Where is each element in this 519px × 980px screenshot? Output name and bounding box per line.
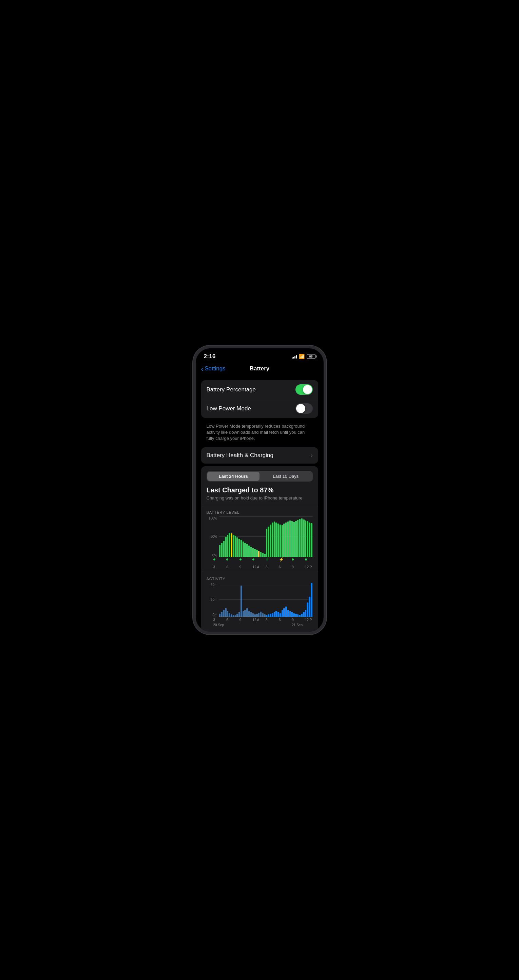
back-button[interactable]: ‹ Settings bbox=[201, 365, 225, 372]
screen-on-legend[interactable]: Screen On bbox=[207, 631, 232, 632]
activity-bar bbox=[235, 616, 236, 616]
nav-header: ‹ Settings Battery bbox=[196, 363, 324, 377]
battery-bar bbox=[248, 546, 250, 557]
activity-bar bbox=[311, 583, 312, 617]
screen-off-label: Screen Off bbox=[245, 631, 266, 632]
screen-off-legend[interactable]: Screen Off bbox=[241, 631, 266, 632]
charging-note: Charging was on hold due to iPhone tempe… bbox=[207, 495, 313, 501]
charge-dot-6 bbox=[305, 558, 318, 560]
battery-percentage-row: Battery Percentage bbox=[201, 380, 318, 399]
battery-level-label: BATTERY LEVEL bbox=[207, 510, 313, 514]
activity-bar bbox=[228, 613, 230, 617]
battery-bar bbox=[297, 520, 299, 557]
activity-bar bbox=[272, 613, 273, 617]
battery-bar bbox=[268, 527, 269, 557]
page-title: Battery bbox=[250, 365, 270, 372]
signal-bars-icon bbox=[292, 355, 297, 358]
time-range-segmented-control[interactable]: Last 24 Hours Last 10 Days bbox=[207, 471, 313, 482]
activity-bar bbox=[285, 606, 287, 617]
battery-percentage-label: Battery Percentage bbox=[207, 386, 295, 393]
low-power-mode-toggle[interactable] bbox=[295, 403, 313, 414]
activity-bar bbox=[270, 614, 271, 616]
activity-bar bbox=[283, 608, 285, 617]
activity-bar bbox=[299, 615, 300, 617]
activity-bar bbox=[291, 612, 293, 616]
y-label-100: 100% bbox=[209, 516, 217, 520]
battery-bar bbox=[227, 535, 228, 557]
chart-header: Last Charged to 87% Charging was on hold… bbox=[201, 486, 318, 506]
battery-bar bbox=[295, 521, 297, 557]
chart-separator-2 bbox=[201, 571, 318, 571]
wifi-icon: 📶 bbox=[299, 354, 305, 359]
activity-bar bbox=[243, 611, 244, 617]
battery-percentage-toggle[interactable] bbox=[295, 384, 313, 395]
activity-bar bbox=[233, 615, 235, 617]
battery-bar bbox=[278, 523, 279, 557]
content-area: Battery Percentage Low Power Mode Low Po… bbox=[196, 377, 324, 632]
time-label-3a1: 3 bbox=[213, 565, 227, 569]
signal-bar-2 bbox=[293, 357, 294, 358]
battery-bar bbox=[293, 522, 295, 557]
battery-bar bbox=[285, 523, 287, 557]
activity-time-axis: 3 6 9 12 A 3 6 9 12 P bbox=[201, 617, 318, 622]
activity-bar bbox=[279, 613, 281, 617]
battery-bar bbox=[256, 550, 258, 557]
battery-bar bbox=[283, 523, 285, 557]
charge-lightning-icon: ⚡ bbox=[279, 557, 292, 562]
screen-on-label: Screen On bbox=[211, 631, 232, 632]
charge-dot-5 bbox=[292, 558, 305, 560]
battery-bar bbox=[301, 519, 303, 557]
time-label-6p: 6 bbox=[279, 565, 292, 569]
battery-chart: 100% 50% 0% bbox=[207, 516, 313, 557]
back-chevron-icon: ‹ bbox=[201, 365, 204, 372]
activity-label: ACTIVITY bbox=[207, 577, 313, 581]
battery-bar bbox=[221, 543, 222, 557]
battery-bar bbox=[250, 547, 252, 557]
status-time: 2:16 bbox=[204, 353, 216, 360]
activity-bar bbox=[305, 610, 307, 617]
segment-10d[interactable]: Last 10 Days bbox=[260, 472, 312, 481]
segment-24h[interactable]: Last 24 Hours bbox=[207, 472, 260, 481]
time-label-9a1: 9 bbox=[240, 565, 253, 569]
time-label-6a1: 6 bbox=[226, 565, 240, 569]
activity-bar bbox=[246, 608, 248, 617]
activity-bar bbox=[241, 585, 242, 617]
last-charged-title: Last Charged to 87% bbox=[207, 486, 313, 494]
battery-bar bbox=[254, 549, 256, 557]
battery-bar bbox=[279, 525, 281, 557]
battery-level-chart-area: BATTERY LEVEL 100% 50% 0% bbox=[201, 506, 318, 557]
activity-bar bbox=[309, 597, 310, 616]
date-20sep: 20 Sep bbox=[213, 623, 240, 627]
battery-bar bbox=[246, 544, 248, 557]
battery-bar bbox=[219, 545, 221, 557]
act-y-label-60: 60m bbox=[211, 583, 217, 587]
battery-bar bbox=[299, 519, 300, 557]
activity-bar bbox=[268, 614, 269, 617]
battery-bar bbox=[270, 525, 271, 557]
act-time-6p: 6 bbox=[279, 618, 292, 622]
battery-bar bbox=[281, 525, 283, 557]
activity-bar bbox=[248, 611, 250, 617]
activity-bar bbox=[219, 614, 221, 616]
activity-bar bbox=[221, 612, 222, 616]
phone-screen: 2:16 📶 85 ‹ Settings Battery bbox=[196, 348, 324, 632]
signal-bar-3 bbox=[294, 356, 295, 358]
activity-chart-area: ACTIVITY 60m 30m 0m bbox=[201, 573, 318, 617]
battery-bar bbox=[238, 539, 240, 557]
battery-health-group[interactable]: Battery Health & Charging › bbox=[201, 447, 318, 464]
battery-bar bbox=[231, 533, 232, 557]
battery-bar bbox=[307, 521, 308, 557]
y-label-50: 50% bbox=[210, 535, 217, 538]
battery-bars-container bbox=[219, 516, 313, 557]
activity-bar bbox=[278, 612, 279, 616]
activity-bar bbox=[254, 614, 256, 617]
battery-time-axis: 3 6 9 12 A 3 6 9 12 P bbox=[201, 564, 318, 570]
chart-section: Last 24 Hours Last 10 Days Last Charged … bbox=[201, 466, 318, 632]
activity-y-axis: 60m 30m 0m bbox=[207, 583, 219, 617]
battery-bar bbox=[287, 522, 289, 557]
time-label-9p: 9 bbox=[292, 565, 305, 569]
battery-health-row[interactable]: Battery Health & Charging › bbox=[201, 447, 318, 464]
battery-bar bbox=[289, 520, 291, 557]
battery-bar bbox=[275, 523, 277, 557]
battery-bar bbox=[262, 553, 263, 557]
